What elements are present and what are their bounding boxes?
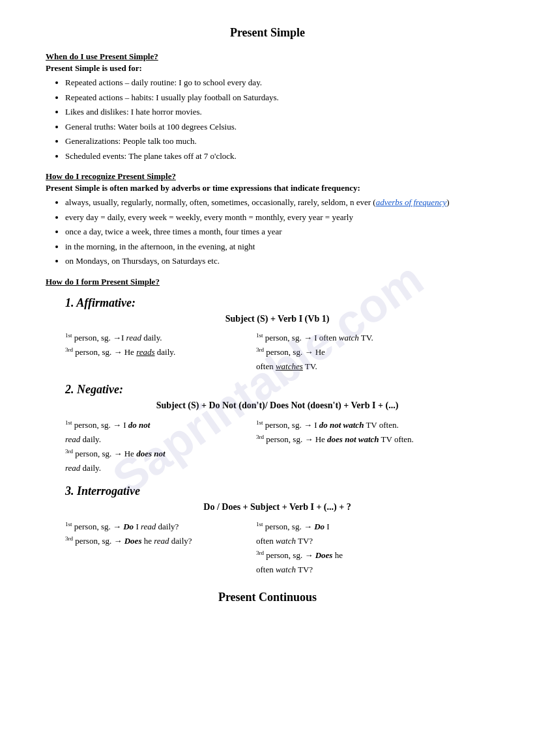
- list-item: every day = daily, every week = weekly, …: [65, 211, 489, 224]
- affirmative-left: 1st person, sg. →I read daily. 3rd perso…: [65, 331, 256, 374]
- interrogative-label: 3. Interrogative: [65, 484, 489, 498]
- int-left-2: 3rd person, sg. → Does he read daily?: [65, 536, 192, 546]
- neg-left-1: 1st person, sg. → I do not: [65, 420, 150, 430]
- affirmative-right: 1st person, sg. → I often watch TV. 3rd …: [256, 331, 489, 374]
- neg-right-1: 1st person, sg. → I do not watch TV ofte…: [256, 420, 399, 430]
- neg-right-2: 3rd person, sg. → He does not watch TV o…: [256, 434, 414, 444]
- how-recognize-question: How do I recognize Present Simple?: [46, 171, 489, 182]
- list-item: on Mondays, on Thursdays, on Saturdays e…: [65, 255, 489, 268]
- interrogative-left: 1st person, sg. → Do I read daily? 3rd p…: [65, 519, 256, 577]
- interrogative-section: 3. Interrogative Do / Does + Subject + V…: [65, 484, 489, 577]
- aff-right-3: often watches TV.: [256, 361, 317, 371]
- negative-label: 2. Negative:: [65, 383, 489, 397]
- neg-left-3: 3rd person, sg. → He does not: [65, 449, 166, 458]
- list-item: Repeated actions – habits: I usually pla…: [65, 91, 489, 104]
- affirmative-label: 1. Affirmative:: [65, 296, 489, 310]
- frequency-list: always, usually, regularly, normally, of…: [65, 196, 489, 268]
- list-item: Likes and dislikes: I hate horror movies…: [65, 105, 489, 119]
- when-question: When do I use Present Simple?: [46, 51, 489, 62]
- footer-title: Present Continuous: [46, 591, 489, 604]
- how-form-question: How do I form Present Simple?: [46, 277, 489, 287]
- aff-right-2: 3rd person, sg. → He: [256, 347, 325, 357]
- list-item: always, usually, regularly, normally, of…: [65, 196, 489, 209]
- when-subtitle: Present Simple is used for:: [46, 63, 489, 74]
- affirmative-formula: Subject (S) + Verb I (Vb 1): [65, 314, 489, 324]
- page-title: Present Simple: [46, 26, 489, 40]
- affirmative-section: 1. Affirmative: Subject (S) + Verb I (Vb…: [65, 296, 489, 374]
- int-left-1: 1st person, sg. → Do I read daily?: [65, 522, 179, 531]
- interrogative-right: 1st person, sg. → Do I often watch TV? 3…: [256, 519, 489, 577]
- list-item: Repeated actions – daily routine: I go t…: [65, 76, 489, 89]
- aff-left-2: 3rd person, sg. → He reads daily.: [65, 347, 175, 357]
- aff-left-1: 1st person, sg. →I read daily.: [65, 333, 162, 343]
- neg-left-4: read daily.: [65, 463, 101, 473]
- int-right-3: 3rd person, sg. → Does he: [256, 550, 343, 560]
- negative-examples: 1st person, sg. → I do not read daily. 3…: [65, 417, 489, 475]
- list-item: Scheduled events: The plane takes off at…: [65, 150, 489, 163]
- list-item: in the morning, in the afternoon, in the…: [65, 240, 489, 253]
- negative-formula: Subject (S) + Do Not (don't)/ Does Not (…: [65, 400, 489, 411]
- usage-list: Repeated actions – daily routine: I go t…: [65, 76, 489, 162]
- aff-right-1: 1st person, sg. → I often watch TV.: [256, 333, 373, 343]
- interrogative-examples: 1st person, sg. → Do I read daily? 3rd p…: [65, 519, 489, 577]
- interrogative-formula: Do / Does + Subject + Verb I + (...) + ?: [65, 502, 489, 512]
- int-right-4: often watch TV?: [256, 565, 313, 574]
- negative-section: 2. Negative: Subject (S) + Do Not (don't…: [65, 383, 489, 475]
- adverbs-link[interactable]: adverbs of frequency: [376, 197, 447, 207]
- list-item: General truths: Water boils at 100 degre…: [65, 120, 489, 133]
- negative-left: 1st person, sg. → I do not read daily. 3…: [65, 417, 256, 475]
- int-right-2: often watch TV?: [256, 536, 313, 546]
- list-item: once a day, twice a week, three times a …: [65, 225, 489, 238]
- negative-right: 1st person, sg. → I do not watch TV ofte…: [256, 417, 489, 475]
- affirmative-examples: 1st person, sg. →I read daily. 3rd perso…: [65, 331, 489, 374]
- how-recognize-subtitle: Present Simple is often marked by adverb…: [46, 183, 489, 193]
- int-right-1: 1st person, sg. → Do I: [256, 522, 330, 531]
- neg-left-2: read daily.: [65, 434, 101, 444]
- list-item: Generalizations: People talk too much.: [65, 135, 489, 148]
